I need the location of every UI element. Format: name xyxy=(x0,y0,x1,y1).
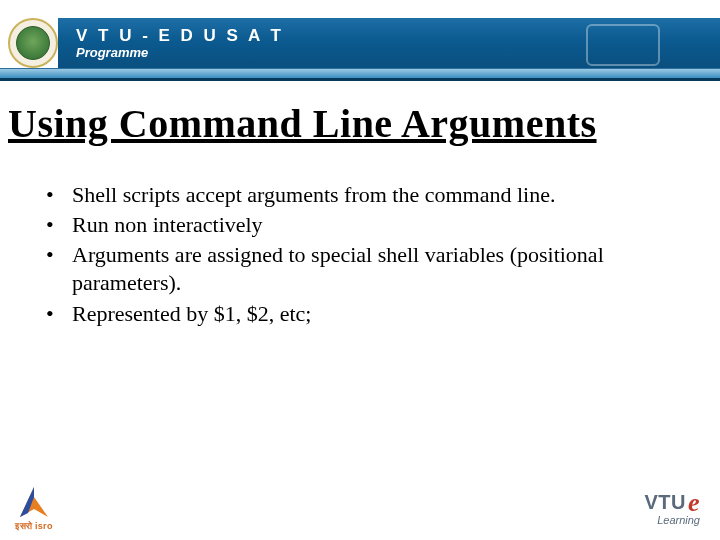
list-item: Shell scripts accept arguments from the … xyxy=(38,181,682,209)
header-accent-bar xyxy=(0,68,720,78)
isro-arrow-icon xyxy=(14,483,54,523)
isro-logo: इसरो isro xyxy=(14,483,54,532)
list-item: Run non interactively xyxy=(38,211,682,239)
slide-content: Shell scripts accept arguments from the … xyxy=(38,181,682,328)
header-divider xyxy=(0,78,720,81)
vtu-elearning-logo: VTUe Learning xyxy=(644,488,700,526)
vtu-crest-icon xyxy=(8,18,58,68)
header-title-block: V T U - E D U S A T Programme xyxy=(58,18,720,68)
list-item: Arguments are assigned to special shell … xyxy=(38,241,682,297)
slide-header: V T U - E D U S A T Programme xyxy=(0,0,720,92)
brand-main: V T U - E D U S A T xyxy=(76,26,720,46)
header-bar: V T U - E D U S A T Programme xyxy=(0,18,720,68)
list-item: Represented by $1, $2, etc; xyxy=(38,300,682,328)
brand-sub: Programme xyxy=(76,45,720,60)
slide-heading: Using Command Line Arguments xyxy=(8,100,720,147)
bullet-list: Shell scripts accept arguments from the … xyxy=(38,181,682,328)
